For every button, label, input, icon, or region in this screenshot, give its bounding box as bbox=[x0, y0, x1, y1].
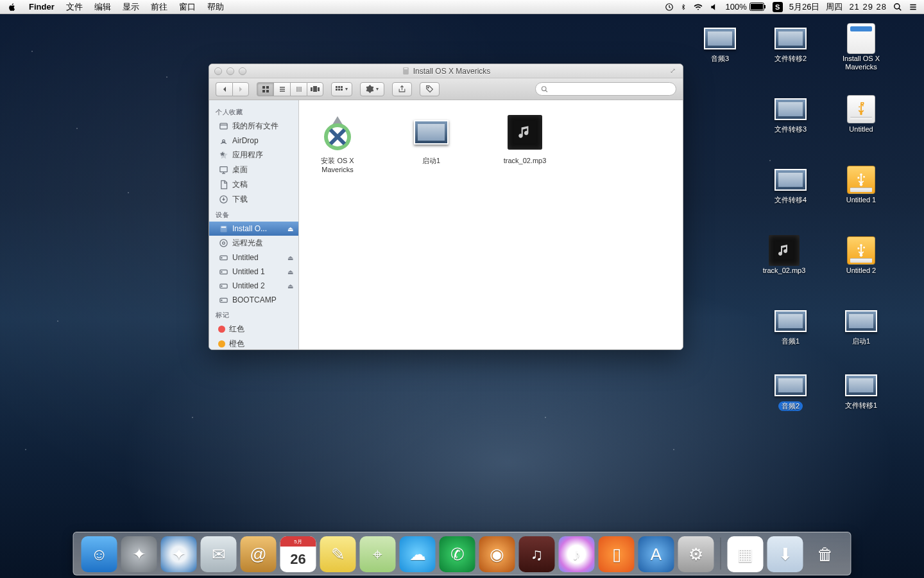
dock-messages[interactable]: ☁ bbox=[400, 536, 436, 572]
zoom-button[interactable] bbox=[239, 67, 246, 75]
menu-go[interactable]: 前往 bbox=[145, 0, 173, 14]
clock-menu-extra[interactable] bbox=[665, 3, 674, 12]
dock-photobooth[interactable]: ◉ bbox=[479, 536, 515, 572]
menu-edit[interactable]: 编辑 bbox=[89, 0, 117, 14]
menubar-date[interactable]: 5月26日 bbox=[789, 1, 820, 13]
svg-rect-31 bbox=[219, 123, 227, 129]
svg-point-38 bbox=[222, 242, 225, 245]
sidebar-device-0[interactable]: Install O...⏏ bbox=[209, 222, 298, 236]
search-input[interactable] bbox=[548, 85, 671, 93]
sidebar-item-all-files[interactable]: 我的所有文件 bbox=[209, 119, 298, 134]
menu-view[interactable]: 显示 bbox=[117, 0, 145, 14]
back-button[interactable] bbox=[216, 82, 232, 96]
search-field[interactable] bbox=[535, 82, 676, 96]
svg-point-4 bbox=[894, 3, 900, 8]
window-titlebar[interactable]: Install OS X Mavericks ⤢ bbox=[209, 64, 683, 78]
dock-ibooks[interactable]: ▯ bbox=[599, 536, 635, 572]
volume-icon[interactable] bbox=[710, 3, 719, 12]
desktop-icon[interactable]: 文件转移2 bbox=[764, 26, 817, 63]
dock-garageband[interactable]: ♫ bbox=[519, 536, 555, 572]
desktop-icon[interactable]: 音频2 bbox=[764, 372, 817, 411]
view-column[interactable] bbox=[290, 82, 307, 96]
eject-icon[interactable]: ⏏ bbox=[287, 225, 293, 232]
menu-window[interactable]: 窗口 bbox=[173, 0, 201, 14]
desktop-icon[interactable]: Install OS X Mavericks bbox=[834, 26, 888, 71]
desktop-icon-label: 音频1 bbox=[764, 337, 817, 346]
forward-button[interactable] bbox=[232, 82, 249, 96]
close-button[interactable] bbox=[214, 67, 222, 75]
sidebar-tag-0[interactable]: 红色 bbox=[209, 322, 298, 337]
minimize-button[interactable] bbox=[227, 67, 234, 75]
sidebar-device-5[interactable]: BOOTCAMP bbox=[209, 293, 298, 307]
dock-calendar[interactable]: 5月26 bbox=[280, 536, 316, 572]
desktop-icon[interactable]: 文件转移3 bbox=[764, 96, 817, 134]
dock-trash[interactable]: 🗑 bbox=[807, 536, 843, 572]
desktop-icon[interactable]: Untitled bbox=[834, 96, 888, 134]
arrange-button[interactable]: ▾ bbox=[331, 82, 352, 96]
sidebar-device-3[interactable]: Untitled 1⏏ bbox=[209, 265, 298, 279]
spotlight-icon[interactable] bbox=[893, 3, 902, 12]
file-item[interactable]: 启动1 bbox=[399, 112, 463, 175]
sidebar-tag-1[interactable]: 橙色 bbox=[209, 337, 298, 349]
dock-finder[interactable]: ☺ bbox=[81, 536, 117, 572]
dock-launchpad[interactable]: ✦ bbox=[121, 536, 157, 572]
tag-color-icon bbox=[218, 340, 225, 347]
wifi-icon[interactable] bbox=[693, 3, 703, 12]
finder-window[interactable]: Install OS X Mavericks ⤢ ▾ bbox=[209, 64, 683, 350]
finder-content[interactable]: 安装 OS X Mavericks启动1track_02.mp3 bbox=[299, 100, 683, 349]
notification-center-icon[interactable] bbox=[909, 3, 918, 12]
fullscreen-button[interactable]: ⤢ bbox=[670, 67, 679, 76]
share-button[interactable] bbox=[392, 82, 412, 96]
dock-downloads[interactable]: ⬇ bbox=[767, 536, 803, 572]
menubar-time[interactable]: 21 29 28 bbox=[849, 2, 887, 12]
dock-safari[interactable]: ✦ bbox=[161, 536, 197, 572]
desktop-icon[interactable]: Untitled 1 bbox=[834, 167, 888, 204]
svg-point-42 bbox=[221, 271, 221, 272]
dock-notes[interactable]: ✎ bbox=[320, 536, 356, 572]
sidebar-item-label: Untitled bbox=[232, 253, 284, 262]
view-list[interactable] bbox=[273, 82, 290, 96]
sidebar-item-downloads[interactable]: 下载 bbox=[209, 192, 298, 207]
action-button[interactable]: ▾ bbox=[360, 82, 384, 96]
menu-file[interactable]: 文件 bbox=[60, 0, 89, 14]
desktop-icon[interactable]: track_02.mp3 bbox=[757, 238, 811, 275]
dock-doc1[interactable]: ▦ bbox=[728, 536, 764, 572]
desktop-icon[interactable]: Untitled 2 bbox=[834, 238, 888, 275]
dock-mail[interactable]: ✉ bbox=[201, 536, 237, 572]
dock-maps[interactable]: ⌖ bbox=[360, 536, 396, 572]
file-item[interactable]: track_02.mp3 bbox=[493, 112, 557, 175]
dock-settings[interactable]: ⚙ bbox=[678, 536, 714, 572]
desktop-icon[interactable]: 音频3 bbox=[693, 26, 747, 63]
input-method-icon[interactable]: S bbox=[773, 2, 783, 12]
sidebar-item-apps[interactable]: 应用程序 bbox=[209, 148, 298, 162]
dock-appstore[interactable]: A bbox=[638, 536, 674, 572]
apple-menu[interactable] bbox=[8, 3, 23, 12]
file-item[interactable]: 安装 OS X Mavericks bbox=[305, 112, 370, 175]
dock-itunes[interactable]: ♪ bbox=[559, 536, 595, 572]
sidebar-device-1[interactable]: 远程光盘 bbox=[209, 236, 298, 250]
desktop-icon[interactable]: 文件转移1 bbox=[834, 372, 888, 410]
desktop-icon[interactable]: 文件转移4 bbox=[764, 167, 817, 204]
tags-button[interactable] bbox=[420, 82, 440, 96]
desktop-icon[interactable]: 启动1 bbox=[834, 308, 888, 346]
eject-icon[interactable]: ⏏ bbox=[287, 254, 293, 261]
desktop-icon-label: 文件转移1 bbox=[834, 401, 888, 410]
sidebar-item-airdrop[interactable]: AirDrop bbox=[209, 134, 298, 148]
app-name[interactable]: Finder bbox=[23, 0, 60, 14]
eject-icon[interactable]: ⏏ bbox=[287, 268, 293, 276]
sidebar-device-4[interactable]: Untitled 2⏏ bbox=[209, 279, 298, 293]
sidebar-item-documents[interactable]: 文稿 bbox=[209, 177, 298, 192]
battery-status[interactable]: 100% bbox=[725, 2, 766, 12]
desktop-icon[interactable]: 音频1 bbox=[764, 308, 817, 346]
sidebar-device-2[interactable]: Untitled⏏ bbox=[209, 250, 298, 265]
sidebar-item-label: 红色 bbox=[229, 324, 293, 335]
dock-contacts[interactable]: @ bbox=[241, 536, 277, 572]
view-coverflow[interactable] bbox=[307, 82, 323, 96]
menu-help[interactable]: 帮助 bbox=[201, 0, 230, 14]
svg-point-29 bbox=[428, 87, 429, 89]
bluetooth-icon[interactable] bbox=[680, 3, 687, 12]
eject-icon[interactable]: ⏏ bbox=[287, 283, 293, 290]
sidebar-item-desktop[interactable]: 桌面 bbox=[209, 162, 298, 177]
view-icon[interactable] bbox=[257, 82, 273, 96]
dock-facetime[interactable]: ✆ bbox=[440, 536, 475, 572]
